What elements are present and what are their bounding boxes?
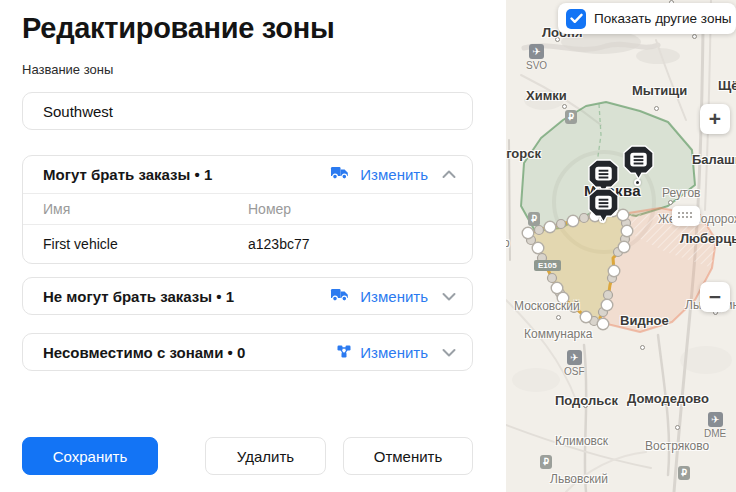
airport-marker: ✈ OSF	[564, 350, 585, 377]
cargo-depot-pin[interactable]	[622, 144, 655, 183]
airplane-icon: ✈	[567, 350, 582, 365]
toll-road-icon: ₽	[540, 455, 552, 469]
town-label: Щёлково	[718, 78, 736, 93]
section-cannot-take-orders: Не могут брать заказы • 1 Изменить	[22, 277, 473, 315]
town-label: Красногорск	[506, 146, 541, 161]
airport-code: DME	[704, 428, 726, 439]
zone-name-label: Название зоны	[22, 62, 113, 77]
airport-code: SVO	[526, 60, 547, 71]
zoom-in-button[interactable]: +	[700, 104, 730, 134]
zone-editor-app: Редактирование зоны Название зоны Southw…	[0, 0, 736, 492]
save-button[interactable]: Сохранить	[22, 437, 158, 475]
town-dot	[562, 104, 567, 109]
chevron-down-icon[interactable]	[442, 292, 456, 301]
town-label: Химки	[526, 88, 567, 103]
delete-button[interactable]: Удалить	[205, 437, 326, 475]
truck-icon	[330, 288, 351, 306]
town-dot	[668, 200, 673, 205]
edit-zone-panel: Редактирование зоны Название зоны Southw…	[0, 0, 506, 492]
vehicle-name-cell: First vehicle	[23, 236, 248, 252]
cargo-depot-pin[interactable]	[587, 187, 620, 226]
town-label: Коммунарка	[524, 327, 592, 341]
show-other-zones-toggle: Показать другие зоны	[558, 3, 736, 34]
toll-road-icon: ₽	[678, 466, 690, 480]
section-incompatible-zones-header[interactable]: Несовместимо с зонами • 0 Изменить	[23, 334, 472, 371]
town-label: Мытищи	[632, 83, 687, 98]
town-label: Львовский	[550, 472, 608, 486]
section-title: Не могут брать заказы • 1	[43, 288, 234, 305]
section-actions: Изменить	[330, 288, 456, 306]
chevron-down-icon[interactable]	[442, 348, 456, 357]
chevron-up-icon[interactable]	[442, 170, 456, 179]
airport-code: OSF	[564, 366, 585, 377]
edit-excluded-vehicles-link[interactable]: Изменить	[360, 288, 428, 305]
town-label: Люберцы	[680, 231, 736, 246]
vehicle-table-header: Имя Номер	[23, 193, 472, 224]
section-title: Несовместимо с зонами • 0	[43, 344, 245, 361]
section-incompatible-zones: Несовместимо с зонами • 0 Изменить	[22, 333, 473, 371]
town-label: Одинцово	[506, 236, 510, 250]
town-label: Климовск	[555, 434, 608, 448]
edit-incompatible-zones-link[interactable]: Изменить	[360, 344, 428, 361]
zones-icon	[337, 344, 351, 362]
town-dot	[692, 34, 697, 39]
toll-road-icon: ₽	[528, 212, 540, 226]
town-label: Подольск	[555, 393, 618, 408]
column-header-number: Номер	[248, 201, 472, 217]
town-label: Домодедово	[627, 391, 709, 406]
airplane-icon: ✈	[708, 412, 723, 427]
town-label: Видное	[620, 313, 669, 328]
toggle-label: Показать другие зоны	[594, 11, 732, 26]
toll-road-icon: ₽	[565, 110, 577, 124]
section-title: Могут брать заказы • 1	[43, 166, 212, 183]
cancel-button[interactable]: Отменить	[343, 437, 473, 475]
section-can-take-orders-header[interactable]: Могут брать заказы • 1 Изменить	[23, 156, 472, 193]
truck-icon	[330, 166, 351, 184]
edit-vehicles-link[interactable]: Изменить	[360, 166, 428, 183]
airport-marker: ✈ SVO	[526, 44, 547, 71]
dots-grid-icon	[678, 212, 694, 220]
town-label: Московский	[514, 299, 580, 313]
zone-name-input[interactable]: Southwest	[22, 92, 473, 130]
section-cannot-take-orders-header[interactable]: Не могут брать заказы • 1 Изменить	[23, 278, 472, 315]
town-label: Балашиха	[692, 152, 736, 167]
table-row[interactable]: First vehicle a123bc77	[23, 224, 472, 263]
town-dot	[556, 315, 561, 320]
vehicle-number-cell: a123bc77	[248, 236, 472, 252]
map-dots-button[interactable]	[672, 206, 700, 226]
town-dot	[675, 425, 680, 430]
town-label: Реутов	[662, 186, 700, 200]
map[interactable]: Красногорск Лобня Химки Мытищи Щёлково Б…	[506, 0, 736, 492]
map-canvas[interactable]	[506, 0, 736, 492]
airport-marker: ✈ DME	[704, 412, 726, 439]
zone-name-value: Southwest	[43, 103, 113, 120]
zoom-out-button[interactable]: −	[700, 282, 730, 312]
section-can-take-orders: Могут брать заказы • 1 Изменить Имя Номе…	[22, 155, 473, 264]
checkbox-checked[interactable]	[566, 9, 586, 29]
column-header-name: Имя	[23, 201, 248, 217]
town-dot	[654, 106, 659, 111]
town-dot	[640, 345, 645, 350]
section-actions: Изменить	[330, 166, 456, 184]
road-number-badge: E105	[534, 260, 561, 271]
airplane-icon: ✈	[529, 44, 544, 59]
town-label: Востряково	[645, 439, 709, 453]
section-actions: Изменить	[337, 344, 456, 362]
page-title: Редактирование зоны	[22, 12, 334, 45]
